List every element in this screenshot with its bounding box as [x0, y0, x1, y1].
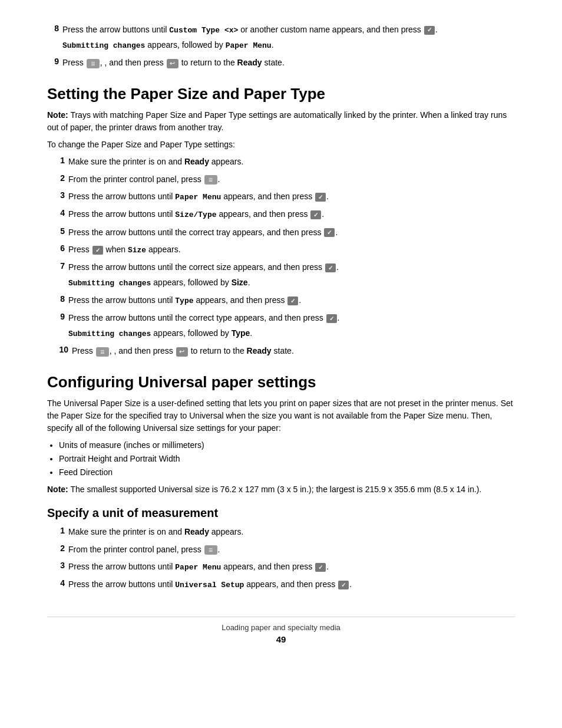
menu-icon-step10 — [96, 347, 109, 357]
paper-step-1: 1 Make sure the printer is on and Ready … — [53, 156, 515, 170]
paper-size-steps: 1 Make sure the printer is on and Ready … — [53, 156, 515, 359]
step-9-num: 9 — [47, 57, 59, 66]
checkmark-unit3 — [315, 563, 326, 572]
unit-step-1: 1 Make sure the printer is on and Ready … — [53, 526, 515, 540]
paper-step-10: 10 Press , , and then press to return to… — [53, 345, 515, 359]
paper-step-5-num: 5 — [53, 226, 65, 236]
paper-step-4: 4 Press the arrow buttons until Size/Typ… — [53, 208, 515, 222]
page-content: 8 Press the arrow buttons until Custom T… — [0, 0, 562, 680]
footer-text: Loading paper and specialty media — [47, 623, 515, 632]
paper-step-7-num: 7 — [53, 261, 65, 271]
page-footer: Loading paper and specialty media 49 — [47, 617, 515, 644]
paper-step-3-num: 3 — [53, 190, 65, 200]
checkmark-step8b — [287, 297, 298, 305]
checkmark-step6 — [92, 246, 103, 255]
paper-step-2: 2 From the printer control panel, press … — [53, 173, 515, 187]
menu-icon-unit2 — [204, 545, 217, 555]
step-9-block: 9 Press , , and then press to return to … — [47, 57, 515, 71]
checkmark-step3 — [315, 193, 326, 202]
checkmark-step5 — [324, 228, 335, 237]
paper-step-1-num: 1 — [53, 156, 65, 165]
step-8-mono: Custom Type <x> — [169, 26, 238, 35]
section-2-title: Configuring Universal paper settings — [47, 373, 515, 391]
unit-step-4-num: 4 — [53, 578, 65, 588]
checkmark-step9b — [326, 314, 337, 323]
paper-step-3: 3 Press the arrow buttons until Paper Me… — [53, 190, 515, 205]
step-8-submitting: Submitting changes appears, followed by … — [62, 39, 515, 52]
paper-step-10-num: 10 — [53, 345, 68, 354]
paper-step-9: 9 Press the arrow buttons until the corr… — [53, 312, 515, 341]
paper-step-9-num: 9 — [53, 312, 65, 321]
step-8-num: 8 — [47, 24, 59, 33]
step-9-content: Press , , and then press to return to th… — [62, 57, 515, 71]
note-1: Note: Trays with matching Paper Size and… — [47, 109, 515, 134]
footer-pagenum: 49 — [47, 634, 515, 644]
bullet-3: Feed Direction — [59, 466, 515, 479]
checkmark-unit4 — [338, 581, 349, 589]
paper-step-8: 8 Press the arrow buttons until Type app… — [53, 294, 515, 308]
step-8-after: or another custom name appears, and then… — [238, 25, 421, 34]
back-icon-9 — [167, 59, 178, 68]
unit-step-3-num: 3 — [53, 561, 65, 570]
unit-steps: 1 Make sure the printer is on and Ready … — [53, 526, 515, 593]
intro-text-1: To change the Paper Size and Paper Type … — [47, 139, 515, 151]
paper-step-2-num: 2 — [53, 173, 65, 183]
bullet-1: Units of measure (inches or millimeters) — [59, 439, 515, 452]
checkmark-icon-8 — [424, 26, 435, 35]
section-1-title: Setting the Paper Size and Paper Type — [47, 85, 515, 103]
unit-step-2: 2 From the printer control panel, press … — [53, 543, 515, 558]
paper-step-7: 7 Press the arrow buttons until the corr… — [53, 261, 515, 291]
unit-step-3: 3 Press the arrow buttons until Paper Me… — [53, 561, 515, 575]
unit-step-1-num: 1 — [53, 526, 65, 535]
menu-icon-9 — [87, 59, 100, 68]
paper-step-4-num: 4 — [53, 208, 65, 218]
bullet-2: Portrait Height and Portrait Width — [59, 453, 515, 465]
step-8-text: Press the arrow buttons until — [62, 25, 169, 34]
unit-step-4: 4 Press the arrow buttons until Universa… — [53, 578, 515, 592]
paper-step-5: 5 Press the arrow buttons until the corr… — [53, 226, 515, 241]
paper-step-6: 6 Press when Size appears. — [53, 243, 515, 258]
menu-icon-step2 — [204, 175, 217, 185]
universal-bullets: Units of measure (inches or millimeters)… — [59, 439, 515, 479]
paper-step-6-num: 6 — [53, 243, 65, 253]
subsection-title: Specify a unit of measurement — [47, 506, 515, 520]
checkmark-step7 — [325, 263, 336, 272]
unit-step-2-num: 2 — [53, 543, 65, 553]
step-8-content: Press the arrow buttons until Custom Typ… — [62, 24, 515, 53]
universal-intro: The Universal Paper Size is a user-defin… — [47, 397, 515, 434]
paper-step-8-num: 8 — [53, 294, 65, 304]
checkmark-step4 — [310, 210, 321, 219]
back-icon-step10 — [176, 347, 188, 357]
note-2: Note: The smallest supported Universal s… — [47, 483, 515, 496]
step-8-block: 8 Press the arrow buttons until Custom T… — [47, 24, 515, 53]
